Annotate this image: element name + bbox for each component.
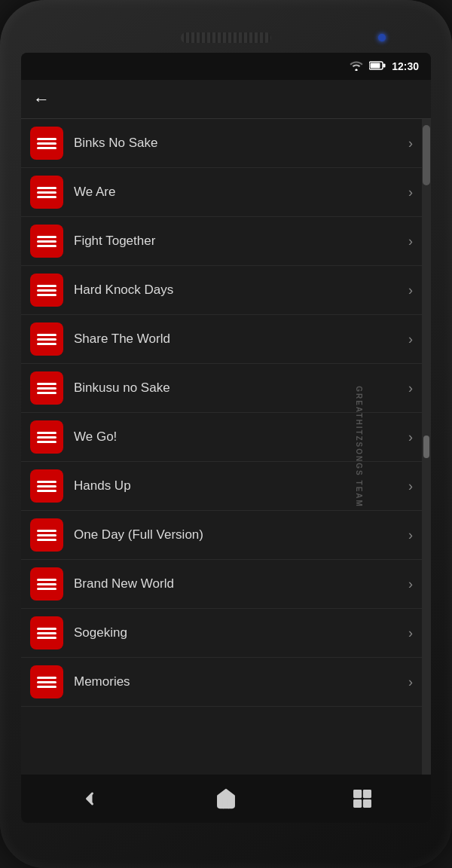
song-icon bbox=[30, 567, 63, 601]
scrollbar-thumb-top[interactable] bbox=[423, 125, 430, 185]
icon-line-1 bbox=[37, 432, 56, 434]
battery-icon bbox=[369, 60, 386, 73]
wifi-icon bbox=[350, 60, 363, 73]
chevron-right-icon: › bbox=[408, 429, 413, 445]
back-nav-button[interactable] bbox=[71, 780, 108, 818]
icon-line-2 bbox=[37, 632, 56, 634]
icon-line-2 bbox=[37, 338, 56, 341]
icon-line-3 bbox=[37, 490, 56, 492]
icon-line-3 bbox=[37, 245, 56, 247]
icon-line-1 bbox=[37, 285, 56, 287]
icon-line-2 bbox=[37, 583, 56, 585]
icon-line-1 bbox=[37, 530, 56, 532]
song-icon bbox=[30, 420, 63, 454]
back-button[interactable]: ← bbox=[33, 90, 50, 109]
svg-rect-2 bbox=[383, 63, 386, 67]
list-item[interactable]: Fight Together › bbox=[21, 217, 422, 266]
phone-bottom bbox=[21, 823, 431, 845]
list-item[interactable]: Binks No Sake › bbox=[21, 119, 422, 168]
icon-line-1 bbox=[37, 383, 56, 385]
song-title: Fight Together bbox=[74, 234, 408, 249]
icon-line-2 bbox=[37, 142, 56, 145]
chevron-right-icon: › bbox=[408, 234, 413, 249]
speaker-grille bbox=[181, 32, 271, 43]
song-icon bbox=[30, 665, 63, 698]
song-icon bbox=[30, 616, 63, 649]
list-item[interactable]: One Day (Full Version) › bbox=[21, 511, 422, 560]
chevron-right-icon: › bbox=[408, 527, 413, 543]
chevron-right-icon: › bbox=[408, 136, 413, 151]
svg-rect-1 bbox=[371, 63, 380, 68]
icon-line-2 bbox=[37, 387, 56, 390]
icon-line-3 bbox=[37, 686, 56, 688]
icon-line-1 bbox=[37, 138, 56, 140]
home-nav-button[interactable] bbox=[207, 780, 245, 818]
list-item[interactable]: Sogeking › bbox=[21, 609, 422, 658]
song-title: Sogeking bbox=[74, 625, 408, 640]
icon-line-2 bbox=[37, 191, 56, 194]
icon-line-1 bbox=[37, 187, 56, 189]
chevron-right-icon: › bbox=[408, 576, 413, 592]
icon-line-2 bbox=[37, 534, 56, 536]
svg-rect-6 bbox=[355, 800, 361, 806]
icon-line-3 bbox=[37, 392, 56, 394]
chevron-right-icon: › bbox=[408, 478, 413, 494]
list-item[interactable]: Hard Knock Days › bbox=[21, 266, 422, 315]
bottom-nav bbox=[21, 775, 431, 823]
status-bar: 12:30 bbox=[21, 53, 431, 80]
icon-line-2 bbox=[37, 485, 56, 487]
icon-line-1 bbox=[37, 579, 56, 581]
song-title: One Day (Full Version) bbox=[74, 527, 408, 542]
song-title: Memories bbox=[74, 674, 408, 689]
chevron-right-icon: › bbox=[408, 381, 413, 396]
chevron-right-icon: › bbox=[408, 185, 413, 200]
song-icon bbox=[30, 518, 63, 552]
app-header: ← bbox=[21, 80, 431, 119]
list-item[interactable]: Brand New World › bbox=[21, 560, 422, 609]
icon-line-2 bbox=[37, 289, 56, 292]
list-item[interactable]: We Are › bbox=[21, 168, 422, 217]
song-icon bbox=[30, 322, 63, 356]
icon-line-3 bbox=[37, 294, 56, 296]
status-time: 12:30 bbox=[392, 60, 419, 72]
chevron-right-icon: › bbox=[408, 674, 413, 690]
icon-line-1 bbox=[37, 481, 56, 483]
svg-rect-5 bbox=[365, 800, 371, 806]
icon-line-3 bbox=[37, 637, 56, 639]
song-icon bbox=[30, 371, 63, 405]
list-item[interactable]: Share The World › bbox=[21, 315, 422, 364]
icon-line-3 bbox=[37, 441, 56, 443]
svg-rect-3 bbox=[355, 791, 361, 797]
front-camera bbox=[378, 34, 386, 41]
song-icon bbox=[30, 127, 63, 160]
icon-line-1 bbox=[37, 236, 56, 238]
phone-screen: 12:30 ← Binks No Sake › We Are › bbox=[21, 53, 431, 823]
song-title: Share The World bbox=[74, 332, 408, 347]
song-title: Brand New World bbox=[74, 576, 408, 591]
content-area: Binks No Sake › We Are › Fight Together … bbox=[21, 119, 431, 775]
icon-line-3 bbox=[37, 196, 56, 198]
song-icon bbox=[30, 274, 63, 307]
icon-line-2 bbox=[37, 240, 56, 243]
watermark: GREATHITZSONGS TEAM bbox=[356, 386, 364, 508]
icon-line-3 bbox=[37, 147, 56, 149]
phone-device: 12:30 ← Binks No Sake › We Are › bbox=[0, 0, 452, 868]
icon-line-1 bbox=[37, 334, 56, 336]
song-title: Binks No Sake bbox=[74, 136, 408, 151]
song-title: Hard Knock Days bbox=[74, 283, 408, 298]
icon-line-2 bbox=[37, 436, 56, 439]
icon-line-1 bbox=[37, 677, 56, 679]
scrollbar-thumb-mid[interactable] bbox=[423, 436, 429, 458]
icon-line-3 bbox=[37, 588, 56, 590]
icon-line-1 bbox=[37, 628, 56, 630]
scrollbar-track[interactable] bbox=[422, 119, 431, 775]
phone-top bbox=[21, 23, 431, 53]
song-icon bbox=[30, 469, 63, 503]
recent-nav-button[interactable] bbox=[344, 780, 381, 818]
icon-line-3 bbox=[37, 539, 56, 541]
chevron-right-icon: › bbox=[408, 283, 413, 298]
chevron-right-icon: › bbox=[408, 332, 413, 347]
song-icon bbox=[30, 225, 63, 258]
list-item[interactable]: Memories › bbox=[21, 658, 422, 707]
svg-rect-4 bbox=[365, 791, 371, 797]
